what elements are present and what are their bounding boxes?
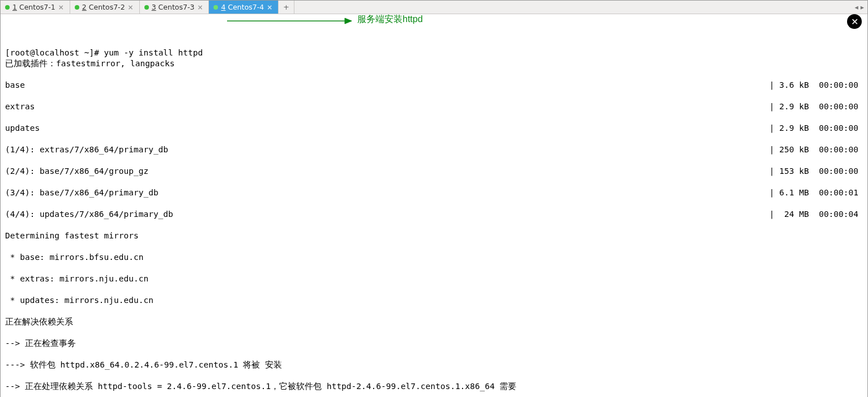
mirror-line: * extras: mirrors.nju.edu.cn [5,274,863,284]
dep-line: --> 正在处理依赖关系 httpd-tools = 2.4.6-99.el7.… [5,381,863,392]
command-text: yum -y install httpd [104,48,203,57]
mirror-line: * base: mirrors.bfsu.edu.cn [5,252,863,263]
repo-row: extras| 2.9 kB 00:00:00 [5,101,863,112]
tab-num: 4 [221,3,225,11]
close-icon[interactable]: × [197,3,203,11]
tab-centos7-2[interactable]: 2 Centos7-2 × [70,1,140,14]
status-dot-icon [5,5,10,10]
tab-label: Centos7-2 [89,3,125,11]
dep-line: --> 正在检查事务 [5,338,863,349]
close-icon[interactable]: × [128,3,134,11]
tab-num: 2 [82,3,87,11]
tab-label: Centos7-1 [19,3,55,11]
repo-row: (4/4): updates/7/x86_64/primary_db| 24 M… [5,209,863,220]
status-dot-icon [75,5,79,10]
prompt: [root@localhost ~]# [5,48,104,57]
chevron-left-icon[interactable]: ◂ [854,3,858,11]
tab-centos7-1[interactable]: 1 Centos7-1 × [1,1,70,14]
tab-centos7-3[interactable]: 3 Centos7-3 × [140,1,209,14]
close-icon[interactable]: × [58,3,64,11]
chevron-right-icon[interactable]: ▸ [861,3,864,11]
svg-marker-1 [345,18,352,24]
dep-line: ---> 软件包 httpd.x86_64.0.2.4.6-99.el7.cen… [5,360,863,370]
tab-nav: ◂ ▸ [851,1,867,14]
repo-row: (3/4): base/7/x86_64/primary_db| 6.1 MB … [5,187,863,198]
tab-bar: 1 Centos7-1 × 2 Centos7-2 × 3 Centos7-3 … [1,1,867,14]
dep-line: 正在解决依赖关系 [5,317,863,327]
mirror-line: * updates: mirrors.nju.edu.cn [5,295,863,306]
close-icon[interactable]: × [267,3,272,11]
annotation-text: 服务端安装httpd [357,14,423,24]
repo-row: base| 3.6 kB 00:00:00 [5,80,863,91]
tab-num: 3 [152,3,156,11]
repo-row: updates| 2.9 kB 00:00:00 [5,123,863,134]
repo-row: (2/4): base/7/x86_64/group_gz| 153 kB 00… [5,166,863,177]
mirror-line: Determining fastest mirrors [5,230,863,241]
status-dot-icon [213,5,218,10]
repo-row: (1/4): extras/7/x86_64/primary_db| 250 k… [5,144,863,155]
tab-num: 1 [12,3,17,11]
tab-label: Centos7-4 [228,3,264,11]
tab-label: Centos7-3 [159,3,195,11]
new-tab-button[interactable]: + [279,1,294,14]
status-dot-icon [144,5,149,10]
plugins-line: 已加载插件：fastestmirror, langpacks [5,58,863,69]
tab-centos7-4[interactable]: 4 Centos7-4 × [209,1,279,14]
terminal-output[interactable]: 服务端安装httpd [root@localhost ~]# yum -y in… [1,14,867,397]
